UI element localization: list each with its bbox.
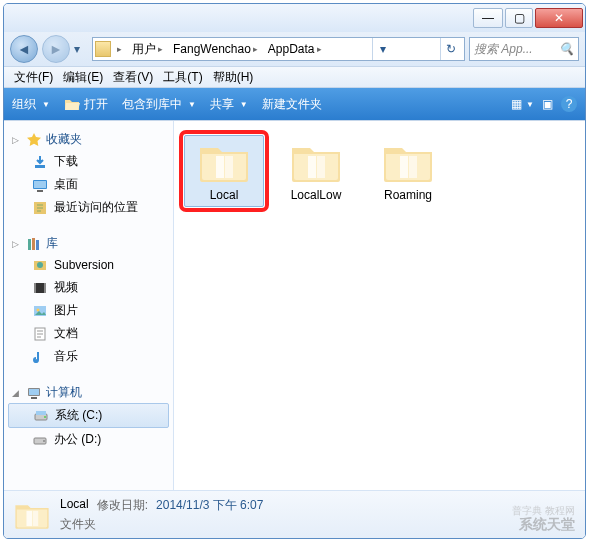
desktop-icon (32, 177, 48, 193)
breadcrumb-item[interactable]: 用户▸ (128, 39, 167, 60)
open-button[interactable]: 打开 (64, 96, 108, 113)
sidebar-item-desktop[interactable]: 桌面 (4, 173, 173, 196)
breadcrumb-sep[interactable]: ▸ (113, 42, 126, 56)
folder-icon (382, 140, 434, 184)
menu-file[interactable]: 文件(F) (10, 67, 57, 88)
search-placeholder: 搜索 App... (474, 41, 533, 58)
status-type: 文件夹 (60, 516, 96, 533)
sidebar-item-pictures[interactable]: 图片 (4, 299, 173, 322)
body: ▷收藏夹 下载 桌面 最近访问的位置 ▷库 Subversion 视频 图片 文… (4, 120, 585, 490)
folder-label: Local (210, 188, 239, 202)
status-bar: Local 修改日期: 2014/11/3 下午 6:07 文件夹 系统天堂 普… (4, 490, 585, 538)
address-bar[interactable]: ▸ 用户▸ FangWenchao▸ AppData▸ ▾ ↻ (92, 37, 465, 61)
history-dropdown[interactable]: ▾ (74, 42, 88, 56)
document-icon (32, 326, 48, 342)
recent-icon (32, 200, 48, 216)
close-icon: ✕ (554, 11, 564, 25)
menu-tools[interactable]: 工具(T) (159, 67, 206, 88)
watermark: 普字典 教程网 (512, 504, 575, 518)
folder-item-roaming[interactable]: Roaming (368, 135, 448, 207)
view-icon: ▦ (511, 97, 522, 111)
video-icon (32, 280, 48, 296)
star-icon (26, 132, 42, 148)
address-dropdown[interactable]: ▾ (372, 38, 394, 60)
content-pane[interactable]: Local LocalLow Roaming (174, 121, 585, 490)
folder-label: Roaming (384, 188, 432, 202)
folder-icon (198, 140, 250, 184)
sidebar-item-recent[interactable]: 最近访问的位置 (4, 196, 173, 219)
organize-button[interactable]: 组织▼ (12, 96, 50, 113)
share-button[interactable]: 共享▼ (210, 96, 248, 113)
nav-row: ◄ ► ▾ ▸ 用户▸ FangWenchao▸ AppData▸ ▾ ↻ 搜索… (4, 32, 585, 66)
drive-icon (32, 432, 48, 448)
svn-icon (32, 257, 48, 273)
new-folder-button[interactable]: 新建文件夹 (262, 96, 322, 113)
sidebar-item-drive-c[interactable]: 系统 (C:) (8, 403, 169, 428)
sidebar: ▷收藏夹 下载 桌面 最近访问的位置 ▷库 Subversion 视频 图片 文… (4, 121, 174, 490)
sidebar-favorites: ▷收藏夹 下载 桌面 最近访问的位置 (4, 129, 173, 219)
drive-icon (33, 408, 49, 424)
watermark: 系统天堂 (519, 516, 575, 534)
folder-open-icon (64, 96, 80, 112)
picture-icon (32, 303, 48, 319)
folder-icon (95, 41, 111, 57)
explorer-window: — ▢ ✕ ◄ ► ▾ ▸ 用户▸ FangWenchao▸ AppData▸ … (3, 3, 586, 539)
sidebar-item-downloads[interactable]: 下载 (4, 150, 173, 173)
sidebar-item-videos[interactable]: 视频 (4, 276, 173, 299)
folder-item-locallow[interactable]: LocalLow (276, 135, 356, 207)
folder-label: LocalLow (291, 188, 342, 202)
sidebar-computer: ◢计算机 系统 (C:) 办公 (D:) (4, 382, 173, 451)
computer-icon (26, 385, 42, 401)
breadcrumb-item[interactable]: FangWenchao▸ (169, 40, 262, 58)
maximize-icon: ▢ (514, 11, 525, 25)
menu-edit[interactable]: 编辑(E) (59, 67, 107, 88)
folder-icon (290, 140, 342, 184)
sidebar-favorites-head[interactable]: ▷收藏夹 (4, 129, 173, 150)
sidebar-item-drive-d[interactable]: 办公 (D:) (4, 428, 173, 451)
search-box[interactable]: 搜索 App... 🔍 (469, 37, 579, 61)
help-button[interactable]: ? (561, 96, 577, 112)
menu-bar: 文件(F) 编辑(E) 查看(V) 工具(T) 帮助(H) (4, 66, 585, 88)
preview-pane-button[interactable]: ▣ (542, 97, 553, 111)
sidebar-libraries: ▷库 Subversion 视频 图片 文档 音乐 (4, 233, 173, 368)
back-button[interactable]: ◄ (10, 35, 38, 63)
titlebar: — ▢ ✕ (4, 4, 585, 32)
minimize-button[interactable]: — (473, 8, 503, 28)
breadcrumb-item[interactable]: AppData▸ (264, 40, 326, 58)
status-name: Local (60, 497, 89, 514)
toolbar: 组织▼ 打开 包含到库中▼ 共享▼ 新建文件夹 ▦▼ ▣ ? (4, 88, 585, 120)
maximize-button[interactable]: ▢ (505, 8, 533, 28)
sidebar-computer-head[interactable]: ◢计算机 (4, 382, 173, 403)
status-date-value: 2014/11/3 下午 6:07 (156, 497, 263, 514)
sidebar-item-documents[interactable]: 文档 (4, 322, 173, 345)
close-button[interactable]: ✕ (535, 8, 583, 28)
sidebar-item-subversion[interactable]: Subversion (4, 254, 173, 276)
status-date-label: 修改日期: (97, 497, 148, 514)
library-button[interactable]: 包含到库中▼ (122, 96, 196, 113)
refresh-button[interactable]: ↻ (440, 38, 462, 60)
music-icon (32, 349, 48, 365)
sidebar-libraries-head[interactable]: ▷库 (4, 233, 173, 254)
search-icon: 🔍 (559, 42, 574, 56)
forward-button[interactable]: ► (42, 35, 70, 63)
view-button[interactable]: ▦▼ (511, 97, 534, 111)
folder-item-local[interactable]: Local (184, 135, 264, 207)
library-icon (26, 236, 42, 252)
menu-help[interactable]: 帮助(H) (209, 67, 258, 88)
minimize-icon: — (482, 11, 494, 25)
folder-icon (14, 499, 50, 531)
menu-view[interactable]: 查看(V) (109, 67, 157, 88)
sidebar-item-music[interactable]: 音乐 (4, 345, 173, 368)
download-icon (32, 154, 48, 170)
